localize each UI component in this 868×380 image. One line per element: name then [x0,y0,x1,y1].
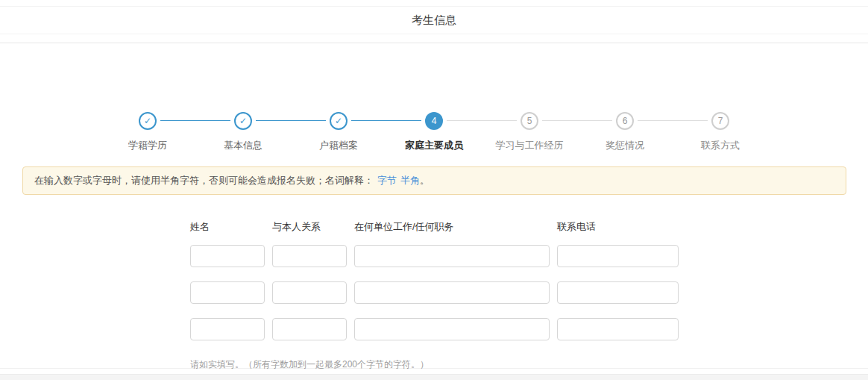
check-icon: ✓ [144,116,151,126]
check-icon: ✓ [239,116,247,126]
column-header-work-unit: 在何单位工作/任何职务 [354,220,454,234]
step-5-circle: 5 [521,112,538,130]
step-1-label[interactable]: 学籍学历 [128,139,167,152]
notice-bar: 在输入数字或字母时，请使用半角字符，否则可能会造成报名失败；名词解释：字节半角。 [22,166,846,195]
family-row-3-phone-input[interactable] [557,318,679,340]
notice-text: 在输入数字或字母时，请使用半角字符，否则可能会造成报名失败；名词解释： [34,174,374,187]
family-row-3-work-unit-input[interactable] [354,318,550,340]
page-titlebar: 考生信息 [0,6,868,34]
family-row-2-name-input[interactable] [190,281,265,304]
step-6-label: 奖惩情况 [606,139,644,152]
step-connector [542,120,612,121]
step-2-label[interactable]: 基本信息 [224,139,262,152]
family-row-2-relation-input[interactable] [272,281,347,304]
column-header-phone: 联系电话 [557,220,596,234]
notice-link-byte[interactable]: 字节 [377,174,397,187]
main-panel: ✓学籍学历✓基本信息✓户籍档案4家庭主要成员5学习与工作经历6奖惩情况7联系方式… [0,43,868,369]
step-3-circle[interactable]: ✓ [330,112,347,130]
family-row-1-name-input[interactable] [190,245,265,267]
step-connector [256,120,326,121]
footer-band [0,374,868,380]
step-connector [160,120,230,121]
step-2-circle[interactable]: ✓ [234,112,252,130]
form-note: 请如实填写。（所有字数加到一起最多200个字节的字符。） [190,358,429,371]
notice-suffix: 。 [420,174,430,187]
family-row-3-relation-input[interactable] [272,318,347,340]
family-row-2-phone-input[interactable] [557,281,679,304]
step-number: 6 [623,116,628,126]
step-number: 7 [718,116,723,126]
family-row-1-phone-input[interactable] [557,245,679,267]
family-row-2-work-unit-input[interactable] [354,281,550,304]
page-title: 考生信息 [412,13,456,28]
step-connector [447,120,517,121]
family-row-3-name-input[interactable] [190,318,265,340]
check-icon: ✓ [335,116,342,126]
step-number: 5 [527,116,532,126]
family-row-1-work-unit-input[interactable] [354,245,550,267]
step-1-circle[interactable]: ✓ [139,112,157,130]
step-connector [638,120,708,121]
step-6-circle: 6 [616,112,634,130]
column-header-relation: 与本人关系 [272,220,321,234]
step-4-circle: 4 [425,112,443,130]
step-connector [351,120,421,121]
step-7-circle: 7 [711,112,729,130]
step-number: 4 [432,116,437,126]
notice-link-halfwidth[interactable]: 半角 [400,174,420,187]
step-5-label: 学习与工作经历 [496,139,564,152]
step-3-label[interactable]: 户籍档案 [319,139,358,152]
step-7-label: 联系方式 [701,139,740,152]
family-row-1-relation-input[interactable] [272,245,347,267]
column-header-name: 姓名 [190,220,210,234]
step-4-label: 家庭主要成员 [405,139,463,152]
